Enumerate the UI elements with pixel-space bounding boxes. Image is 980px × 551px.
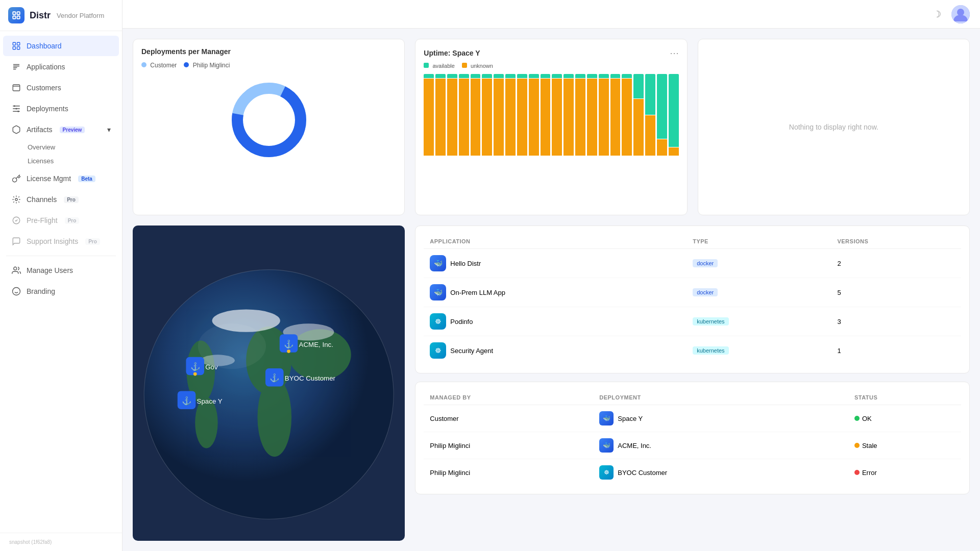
preflight-badge: Pro (65, 217, 80, 224)
deployments-per-manager-card: Deployments per Manager Customer Philip … (133, 39, 405, 215)
theme-toggle[interactable]: ☽ (930, 7, 944, 21)
col-managed-by: MANAGED BY (424, 390, 593, 405)
uptime-legend: available unknown (424, 63, 678, 69)
svg-point-14 (13, 288, 20, 295)
bar-group (599, 74, 609, 156)
svg-text:⚓: ⚓ (182, 396, 192, 406)
nav-divider (6, 256, 116, 256)
artifacts-submenu: Overview Licenses (23, 140, 122, 168)
deployment-cell: 🐳 ACME, Inc. (593, 432, 848, 459)
bar-available (633, 74, 644, 98)
sidebar-item-deployments[interactable]: Deployments (3, 98, 119, 119)
donut-svg (226, 77, 312, 163)
sidebar-item-label: Customers (27, 84, 61, 92)
sidebar-item-channels[interactable]: Channels Pro (3, 189, 119, 210)
svg-point-21 (243, 94, 295, 145)
app-name-cell: ☸ Podinfo (424, 307, 687, 336)
donut-legend: Customer Philip Miglinci (141, 62, 396, 69)
bar-unknown (669, 147, 679, 156)
table-row[interactable]: Philip Miglinci ☸ BYOC Customer Error (424, 459, 961, 486)
type-badge: kubernetes (693, 317, 728, 325)
artifacts-badge: Preview (60, 127, 85, 133)
bar-unknown (471, 79, 481, 156)
type-badge: docker (693, 288, 718, 296)
bar-group (587, 74, 597, 156)
bar-available (529, 74, 539, 78)
bar-unknown (633, 99, 644, 156)
table-row[interactable]: Customer 🐳 Space Y OK (424, 405, 961, 432)
deployments-table-card: MANAGED BY DEPLOYMENT STATUS Customer 🐳 … (415, 382, 970, 494)
sidebar-item-branding[interactable]: Branding (3, 281, 119, 302)
support-badge: Pro (85, 238, 100, 245)
table-row[interactable]: 🐳 On-Prem LLM App docker 5 (424, 278, 961, 307)
sidebar-item-dashboard[interactable]: Dashboard (3, 36, 119, 56)
sidebar-item-licenses[interactable]: Licenses (23, 154, 122, 168)
bar-available (505, 74, 516, 78)
sidebar-item-overview[interactable]: Overview (23, 140, 122, 154)
app-icon: 🐳 (430, 284, 446, 300)
app-type-cell: docker (687, 249, 831, 278)
bar-unknown (599, 79, 609, 156)
status-badge: Stale (854, 442, 955, 449)
branding-icon (11, 286, 21, 296)
donut-chart-visual (141, 74, 396, 166)
managed-by-cell: Customer (424, 405, 593, 432)
uptime-more-button[interactable]: ⋯ (670, 47, 679, 59)
deploy-icon: 🐳 (599, 411, 614, 425)
table-row[interactable]: Philip Miglinci 🐳 ACME, Inc. Stale (424, 432, 961, 459)
sidebar-item-label: Applications (27, 63, 65, 71)
svg-point-33 (198, 323, 266, 369)
nothing-text: Nothing to display right now. (789, 123, 878, 131)
sidebar-item-support-insights[interactable]: Support Insights Pro (3, 231, 119, 252)
app-icon: ☸ (430, 342, 446, 359)
uptime-chart-title: Uptime: Space Y (424, 49, 480, 57)
bar-unknown (541, 79, 551, 156)
sidebar-item-applications[interactable]: Applications (3, 57, 119, 77)
bar-unknown (564, 79, 574, 156)
channels-badge: Pro (64, 196, 79, 203)
nothing-card: Nothing to display right now. (698, 39, 970, 215)
sidebar-item-manage-users[interactable]: Manage Users (3, 260, 119, 281)
bar-available (447, 74, 457, 78)
bar-unknown (494, 79, 504, 156)
channels-icon (11, 194, 21, 205)
bar-unknown (505, 79, 516, 156)
artifacts-chevron[interactable]: ▾ (107, 126, 111, 134)
bar-group (610, 74, 621, 156)
svg-point-9 (14, 105, 15, 107)
svg-point-44 (287, 350, 290, 354)
deployments-table: MANAGED BY DEPLOYMENT STATUS Customer 🐳 … (424, 390, 961, 486)
deploy-icon: ☸ (599, 465, 614, 480)
svg-rect-8 (13, 85, 20, 91)
bar-available (494, 74, 504, 78)
sidebar-item-preflight[interactable]: Pre-Flight Pro (3, 210, 119, 231)
table-row[interactable]: 🐳 Hello Distr docker 2 (424, 249, 961, 278)
license-badge: Beta (78, 176, 95, 182)
applications-table-card: APPLICATION TYPE VERSIONS 🐳 Hello Distr … (415, 226, 970, 373)
bar-group (471, 74, 481, 156)
bar-available (482, 74, 492, 78)
bar-available (575, 74, 585, 78)
bar-group (459, 74, 469, 156)
sidebar-footer: snapshot (1f62fa8) (0, 533, 122, 551)
dashboard-grid: Deployments per Manager Customer Philip … (122, 29, 980, 551)
app-name-cell: ☸ Security Agent (424, 336, 687, 365)
status-cell: Stale (848, 432, 961, 459)
svg-rect-3 (17, 16, 20, 19)
col-status: STATUS (848, 390, 961, 405)
user-avatar[interactable] (951, 5, 970, 23)
bar-group (517, 74, 527, 156)
main-content: ☽ Deployments per Manager Customer Phili… (122, 0, 980, 551)
sidebar-item-artifacts[interactable]: Artifacts Preview ▾ (3, 119, 119, 140)
sidebar-item-customers[interactable]: Customers (3, 78, 119, 98)
col-versions: VERSIONS (831, 234, 961, 249)
table-row[interactable]: ☸ Podinfo kubernetes 3 (424, 307, 961, 336)
bar-unknown (587, 79, 597, 156)
applications-icon (11, 62, 21, 72)
app-type-cell: kubernetes (687, 336, 831, 365)
sidebar-item-license-mgmt[interactable]: License Mgmt Beta (3, 168, 119, 189)
table-row[interactable]: ☸ Security Agent kubernetes 1 (424, 336, 961, 365)
sidebar: Distr Vendor Platform Dashboard Applicat… (0, 0, 122, 551)
bar-group (622, 74, 632, 156)
app-versions-cell: 3 (831, 307, 961, 336)
